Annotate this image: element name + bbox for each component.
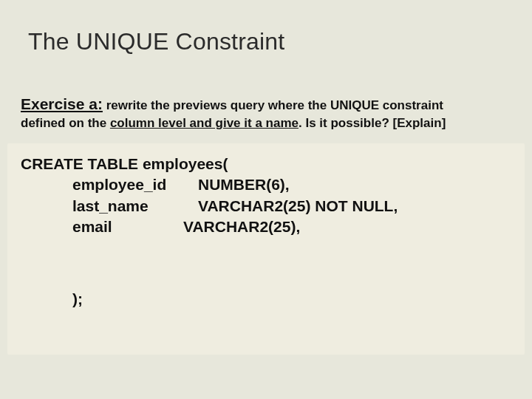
code-block: CREATE TABLE employees(employee_idNUMBER… <box>7 143 525 355</box>
code-line-3: last_nameVARCHAR2(25) NOT NULL, <box>21 196 511 216</box>
code-line-1: CREATE TABLE employees( <box>21 154 511 174</box>
col2-name: last_name <box>72 196 198 216</box>
exercise-underlined: column level and give it a name <box>110 116 299 130</box>
exercise-text-2b: . Is it possible? [Explain] <box>299 116 446 130</box>
exercise-text-2a: defined on the <box>21 116 110 130</box>
col2-type: VARCHAR2(25) NOT NULL, <box>198 197 398 214</box>
col3-type: VARCHAR2(25), <box>183 218 300 235</box>
code-line-4: emailVARCHAR2(25), <box>21 216 511 237</box>
slide-title: The UNIQUE Constraint <box>28 28 284 55</box>
exercise-prompt: Exercise a: rewrite the previews query w… <box>21 95 511 132</box>
exercise-label: Exercise a: <box>21 95 103 112</box>
col3-name: email <box>72 216 183 237</box>
col1-name: employee_id <box>72 174 198 195</box>
slide: The UNIQUE Constraint Exercise a: rewrit… <box>0 0 532 399</box>
code-line-2: employee_idNUMBER(6), <box>21 174 511 195</box>
col1-type: NUMBER(6), <box>198 176 290 193</box>
exercise-text-1: rewrite the previews query where the UNI… <box>103 98 443 112</box>
code-close: ); <box>21 237 511 310</box>
